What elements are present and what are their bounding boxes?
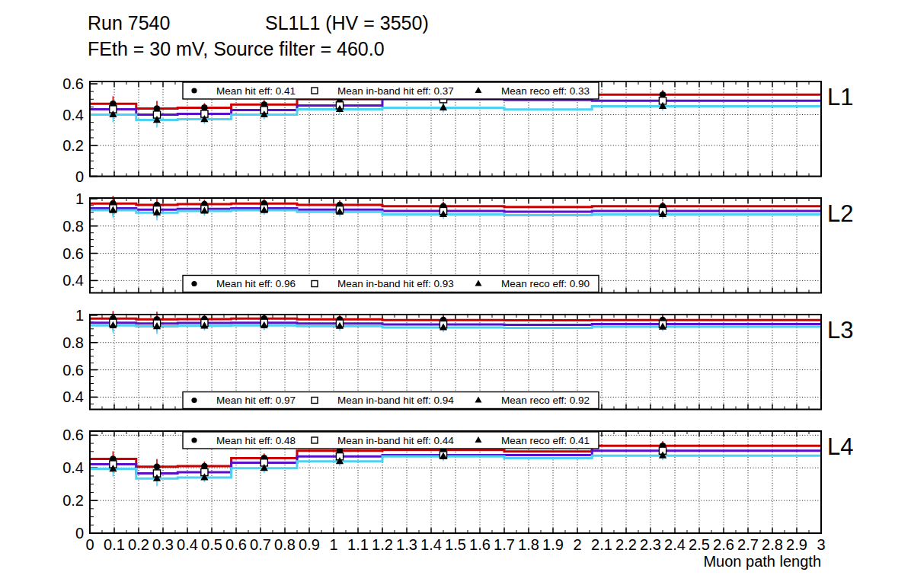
x-tick-label: 0 [85, 536, 94, 553]
y-tick-label: 0.8 [62, 218, 84, 235]
efficiency-plot-canvas: 00.20.40.6Mean hit eff: 0.41Mean in-band… [0, 0, 911, 588]
x-tick-label: 1.5 [445, 536, 466, 553]
legend-entry-label: Mean in-band hit eff: 0.93 [337, 278, 454, 289]
x-tick-label: 2.4 [664, 536, 686, 553]
legend-L4: Mean hit eff: 0.48Mean in-band hit eff: … [183, 432, 599, 449]
x-axis: 00.10.20.30.40.50.60.70.80.911.11.21.31.… [85, 536, 825, 570]
x-tick-label: 3 [817, 536, 825, 553]
y-tick-label: 0.4 [62, 388, 84, 405]
panel-label: L4 [827, 433, 853, 460]
y-tick-label: 0.6 [62, 427, 84, 443]
legend-L1: Mean hit eff: 0.41Mean in-band hit eff: … [183, 82, 599, 99]
y-tick-label: 0 [75, 525, 84, 542]
x-tick-label: 1.6 [469, 536, 491, 553]
hit-step-line [90, 318, 821, 320]
y-tick-label: 0.2 [62, 492, 84, 509]
legend-entry-label: Mean reco eff: 0.90 [501, 278, 590, 289]
x-tick-label: 2.1 [591, 536, 612, 553]
inband-marker-square [312, 88, 318, 94]
y-tick-label: 1 [75, 190, 84, 207]
panel-label: L3 [827, 317, 853, 344]
x-tick-label: 1.4 [420, 536, 442, 553]
legend-entry-label: Mean in-band hit eff: 0.94 [337, 395, 454, 406]
x-tick-label: 0.1 [104, 536, 125, 553]
inband-marker-square [312, 437, 318, 443]
legend-L3: Mean hit eff: 0.97Mean in-band hit eff: … [183, 392, 599, 409]
panel-L2: 0.40.60.81Mean hit eff: 0.96Mean in-band… [62, 190, 853, 293]
x-tick-label: 0.3 [152, 536, 174, 553]
legend-entry-label: Mean reco eff: 0.92 [501, 395, 590, 406]
x-tick-label: 0.8 [274, 536, 296, 553]
x-tick-label: 0.6 [225, 536, 247, 553]
legend-entry-label: Mean hit eff: 0.41 [216, 85, 296, 97]
y-tick-label: 0.4 [62, 272, 84, 289]
x-tick-label: 2.8 [762, 536, 783, 553]
hit-marker-circle [154, 463, 161, 470]
x-tick-label: 1.2 [372, 536, 393, 553]
legend-entry-label: Mean in-band hit eff: 0.44 [337, 435, 454, 446]
panel-label: L1 [827, 84, 853, 110]
legend-entry-label: Mean in-band hit eff: 0.37 [337, 85, 454, 97]
x-tick-label: 0.4 [177, 536, 198, 553]
x-tick-label: 2.3 [640, 536, 661, 553]
legend-entry-label: Mean hit eff: 0.97 [216, 395, 296, 406]
panel-label: L2 [827, 200, 853, 227]
y-tick-label: 0.8 [62, 334, 84, 351]
legend-entry-label: Mean hit eff: 0.96 [216, 278, 296, 289]
legend-entry-label: Mean hit eff: 0.48 [216, 435, 296, 446]
hit-marker-circle [191, 398, 197, 403]
panel-L1: 00.20.40.6Mean hit eff: 0.41Mean in-band… [62, 75, 853, 184]
y-tick-label: 0.2 [62, 137, 84, 154]
hit-marker-circle [191, 281, 197, 286]
x-tick-label: 2.9 [786, 536, 807, 553]
y-tick-label: 0.4 [62, 459, 84, 476]
x-tick-label: 2.6 [713, 536, 734, 553]
x-tick-label: 2.2 [615, 536, 637, 553]
hit-marker-circle [191, 437, 197, 443]
legend-L2: Mean hit eff: 0.96Mean in-band hit eff: … [183, 276, 599, 292]
x-axis-title: Muon path length [703, 553, 821, 570]
y-tick-label: 0.6 [62, 75, 84, 92]
x-tick-label: 1.9 [542, 536, 564, 553]
x-tick-label: 0.2 [128, 536, 149, 553]
x-tick-label: 2.7 [737, 536, 759, 553]
hit-step-line [90, 203, 821, 206]
panel-L3: 0.40.60.81Mean hit eff: 0.97Mean in-band… [62, 307, 853, 410]
x-tick-label: 1.7 [494, 536, 515, 553]
x-tick-label: 1.1 [347, 536, 369, 553]
y-tick-label: 0.6 [62, 362, 84, 379]
y-tick-label: 1 [75, 307, 84, 324]
reco-step-line [90, 325, 821, 328]
inband-marker-square [312, 281, 318, 287]
y-tick-label: 0.4 [62, 107, 84, 123]
y-tick-label: 0 [75, 168, 84, 185]
x-tick-label: 0.7 [250, 536, 271, 553]
x-tick-label: 2 [573, 536, 581, 553]
x-tick-label: 1.8 [518, 536, 539, 553]
legend-entry-label: Mean reco eff: 0.33 [501, 85, 590, 97]
x-tick-label: 0.5 [201, 536, 222, 553]
x-tick-label: 0.9 [299, 536, 320, 553]
x-tick-label: 1.3 [396, 536, 417, 553]
hit-marker-circle [191, 88, 197, 93]
x-tick-label: 1 [329, 536, 337, 553]
panel-L4: 00.20.40.6Mean hit eff: 0.48Mean in-band… [62, 427, 853, 542]
y-tick-label: 0.6 [62, 245, 84, 262]
legend-entry-label: Mean reco eff: 0.41 [501, 435, 590, 446]
x-tick-label: 2.5 [689, 536, 710, 553]
inband-marker-square [312, 398, 318, 404]
